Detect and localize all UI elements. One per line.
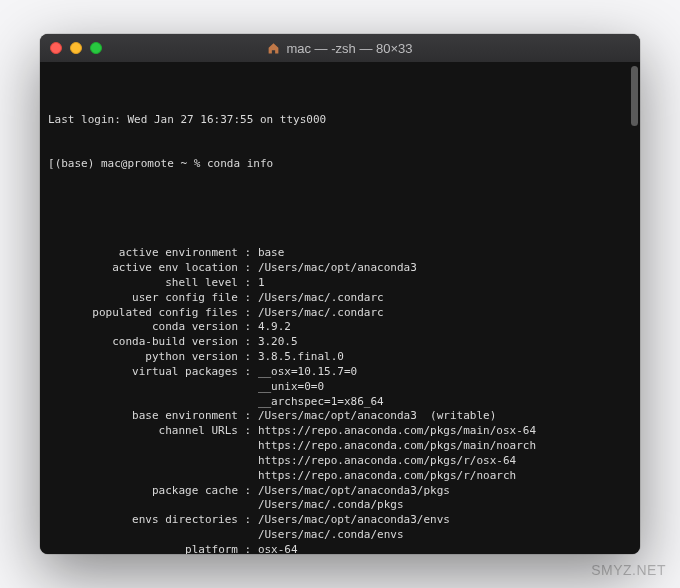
maximize-button[interactable] bbox=[90, 42, 102, 54]
info-sep bbox=[238, 528, 258, 543]
info-sep: : bbox=[238, 350, 258, 365]
info-row: conda-build version : 3.20.5 bbox=[48, 335, 632, 350]
info-key: base environment bbox=[48, 409, 238, 424]
info-key bbox=[48, 454, 238, 469]
minimize-button[interactable] bbox=[70, 42, 82, 54]
info-key: conda version bbox=[48, 320, 238, 335]
info-value: 3.8.5.final.0 bbox=[258, 350, 344, 365]
info-row: /Users/mac/.conda/envs bbox=[48, 528, 632, 543]
info-value: osx-64 bbox=[258, 543, 298, 554]
info-value: __unix=0=0 bbox=[258, 380, 324, 395]
info-sep: : bbox=[238, 365, 258, 380]
info-row: active environment : base bbox=[48, 246, 632, 261]
info-sep bbox=[238, 380, 258, 395]
info-key: user config file bbox=[48, 291, 238, 306]
prompt-line-1: [(base) mac@promote ~ % conda info bbox=[48, 157, 632, 172]
info-value: /Users/mac/opt/anaconda3/envs bbox=[258, 513, 450, 528]
info-row: shell level : 1 bbox=[48, 276, 632, 291]
last-login-line: Last login: Wed Jan 27 16:37:55 on ttys0… bbox=[48, 113, 632, 128]
info-row: https://repo.anaconda.com/pkgs/main/noar… bbox=[48, 439, 632, 454]
info-value: __osx=10.15.7=0 bbox=[258, 365, 357, 380]
info-key: active env location bbox=[48, 261, 238, 276]
info-value: base bbox=[258, 246, 285, 261]
info-sep: : bbox=[238, 424, 258, 439]
info-sep: : bbox=[238, 261, 258, 276]
window-title: mac — -zsh — 80×33 bbox=[286, 41, 412, 56]
info-sep bbox=[238, 454, 258, 469]
info-row: envs directories : /Users/mac/opt/anacon… bbox=[48, 513, 632, 528]
info-key: populated config files bbox=[48, 306, 238, 321]
info-value: /Users/mac/opt/anaconda3 bbox=[258, 261, 417, 276]
info-value: 4.9.2 bbox=[258, 320, 291, 335]
info-key: conda-build version bbox=[48, 335, 238, 350]
info-value: https://repo.anaconda.com/pkgs/main/osx-… bbox=[258, 424, 536, 439]
info-sep: : bbox=[238, 306, 258, 321]
info-key bbox=[48, 469, 238, 484]
info-sep: : bbox=[238, 335, 258, 350]
info-row: conda version : 4.9.2 bbox=[48, 320, 632, 335]
info-key: platform bbox=[48, 543, 238, 554]
info-value: /Users/mac/.condarc bbox=[258, 306, 384, 321]
info-row: https://repo.anaconda.com/pkgs/r/osx-64 bbox=[48, 454, 632, 469]
info-key: python version bbox=[48, 350, 238, 365]
info-row: channel URLs : https://repo.anaconda.com… bbox=[48, 424, 632, 439]
info-sep: : bbox=[238, 320, 258, 335]
info-sep bbox=[238, 439, 258, 454]
info-row: active env location : /Users/mac/opt/ana… bbox=[48, 261, 632, 276]
info-row: base environment : /Users/mac/opt/anacon… bbox=[48, 409, 632, 424]
info-sep: : bbox=[238, 543, 258, 554]
info-row: __archspec=1=x86_64 bbox=[48, 395, 632, 410]
blank-line bbox=[48, 202, 632, 217]
info-row: __unix=0=0 bbox=[48, 380, 632, 395]
info-sep: : bbox=[238, 276, 258, 291]
info-row: virtual packages : __osx=10.15.7=0 bbox=[48, 365, 632, 380]
info-sep bbox=[238, 469, 258, 484]
info-value: 1 bbox=[258, 276, 265, 291]
info-key: envs directories bbox=[48, 513, 238, 528]
info-sep: : bbox=[238, 246, 258, 261]
info-sep: : bbox=[238, 291, 258, 306]
info-value: /Users/mac/.conda/pkgs bbox=[258, 498, 404, 513]
info-sep: : bbox=[238, 484, 258, 499]
info-row: package cache : /Users/mac/opt/anaconda3… bbox=[48, 484, 632, 499]
info-key bbox=[48, 528, 238, 543]
window-title-wrap: mac — -zsh — 80×33 bbox=[40, 41, 640, 56]
home-icon bbox=[267, 42, 280, 55]
info-key bbox=[48, 395, 238, 410]
info-value: https://repo.anaconda.com/pkgs/r/noarch bbox=[258, 469, 516, 484]
close-button[interactable] bbox=[50, 42, 62, 54]
info-key: virtual packages bbox=[48, 365, 238, 380]
info-row: python version : 3.8.5.final.0 bbox=[48, 350, 632, 365]
info-key: active environment bbox=[48, 246, 238, 261]
info-sep: : bbox=[238, 513, 258, 528]
info-sep bbox=[238, 395, 258, 410]
info-value: https://repo.anaconda.com/pkgs/main/noar… bbox=[258, 439, 536, 454]
info-value: /Users/mac/opt/anaconda3 (writable) bbox=[258, 409, 496, 424]
info-value: 3.20.5 bbox=[258, 335, 298, 350]
info-key bbox=[48, 498, 238, 513]
info-key: package cache bbox=[48, 484, 238, 499]
info-key: shell level bbox=[48, 276, 238, 291]
info-sep: : bbox=[238, 409, 258, 424]
terminal-window: mac — -zsh — 80×33 Last login: Wed Jan 2… bbox=[40, 34, 640, 554]
watermark: SMYZ.NET bbox=[591, 562, 666, 578]
titlebar[interactable]: mac — -zsh — 80×33 bbox=[40, 34, 640, 62]
info-value: /Users/mac/opt/anaconda3/pkgs bbox=[258, 484, 450, 499]
info-key: channel URLs bbox=[48, 424, 238, 439]
scrollbar[interactable] bbox=[631, 66, 638, 126]
info-row: /Users/mac/.conda/pkgs bbox=[48, 498, 632, 513]
conda-info-block: active environment : baseactive env loca… bbox=[48, 246, 632, 554]
info-row: populated config files : /Users/mac/.con… bbox=[48, 306, 632, 321]
terminal-body[interactable]: Last login: Wed Jan 27 16:37:55 on ttys0… bbox=[40, 62, 640, 554]
info-row: platform : osx-64 bbox=[48, 543, 632, 554]
info-value: https://repo.anaconda.com/pkgs/r/osx-64 bbox=[258, 454, 516, 469]
info-key bbox=[48, 439, 238, 454]
info-value: /Users/mac/.condarc bbox=[258, 291, 384, 306]
info-key bbox=[48, 380, 238, 395]
info-value: /Users/mac/.conda/envs bbox=[258, 528, 404, 543]
info-row: https://repo.anaconda.com/pkgs/r/noarch bbox=[48, 469, 632, 484]
info-value: __archspec=1=x86_64 bbox=[258, 395, 384, 410]
info-row: user config file : /Users/mac/.condarc bbox=[48, 291, 632, 306]
traffic-lights bbox=[50, 42, 102, 54]
info-sep bbox=[238, 498, 258, 513]
